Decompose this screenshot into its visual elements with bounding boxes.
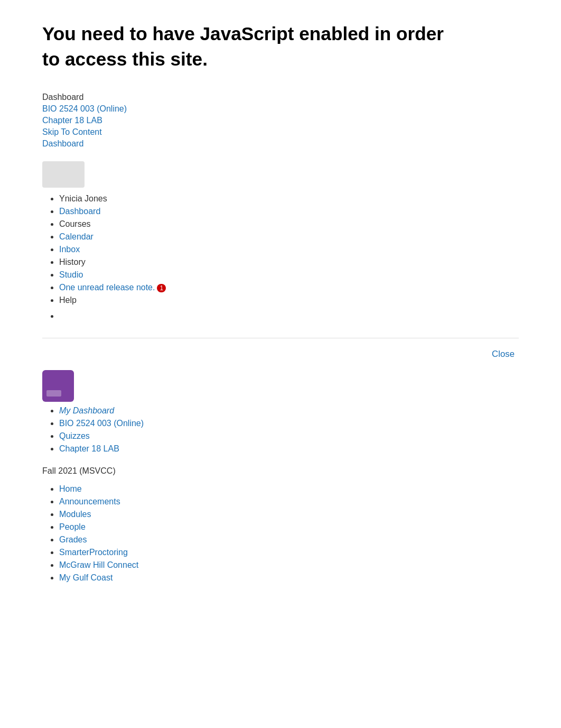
section-nav-link-mcgraw-hill[interactable]: McGraw Hill Connect [59,560,138,569]
close-btn-row: Close [42,347,519,362]
global-nav-area: Ynicia Jones Dashboard Courses Calendar … [42,161,519,321]
nav-label-courses: Courses [59,219,91,228]
my-dashboard-italic: My Dashboard [59,406,114,415]
section-nav-item-mcgraw-hill[interactable]: McGraw Hill Connect [59,560,519,570]
nav-user-name: Ynicia Jones [59,194,519,204]
nav-item-help: Help [59,296,519,305]
nav-link-inbox[interactable]: Inbox [59,245,80,254]
course-nav-link-my-dashboard[interactable]: My Dashboard [59,406,114,415]
breadcrumb-dashboard-plain: Dashboard [42,93,519,102]
nav-label-help: Help [59,296,77,305]
course-nav-item-my-dashboard[interactable]: My Dashboard [59,406,519,416]
nav-link-dashboard[interactable]: Dashboard [59,207,100,216]
section-nav-item-grades[interactable]: Grades [59,535,519,545]
section-nav-link-smarterproctoring[interactable]: SmarterProctoring [59,548,128,557]
empty-bullet-item [59,311,519,321]
section-nav-item-home[interactable]: Home [59,484,519,494]
nav-item-history: History [59,257,519,267]
section-nav-link-announcements[interactable]: Announcements [59,497,120,506]
global-nav-list: Ynicia Jones Dashboard Courses Calendar … [42,194,519,305]
section-nav-link-modules[interactable]: Modules [59,510,91,519]
course-nav-item-quizzes[interactable]: Quizzes [59,431,519,441]
breadcrumb-chapter-lab[interactable]: Chapter 18 LAB [42,116,519,125]
nav-item-courses: Courses [59,219,519,229]
section-nav-item-modules[interactable]: Modules [59,510,519,519]
nav-item-inbox[interactable]: Inbox [59,245,519,254]
close-button[interactable]: Close [488,347,519,362]
breadcrumb-skip-to-content[interactable]: Skip To Content [42,127,519,137]
section-nav-link-grades[interactable]: Grades [59,535,87,544]
breadcrumb-dashboard-link[interactable]: Dashboard [42,139,519,149]
nav-item-release-notes[interactable]: One unread release note.1 [59,283,519,292]
nav-label-history: History [59,257,86,266]
nav-link-release-notes[interactable]: One unread release note.1 [59,283,166,292]
section-nav-link-my-gulf-coast[interactable]: My Gulf Coast [59,573,113,582]
nav-item-dashboard[interactable]: Dashboard [59,207,519,216]
course-nav-list: My Dashboard BIO 2524 003 (Online) Quizz… [42,406,519,454]
nav-link-calendar[interactable]: Calendar [59,232,94,241]
section-nav-item-smarterproctoring[interactable]: SmarterProctoring [59,548,519,557]
nav-item-calendar[interactable]: Calendar [59,232,519,242]
nav-item-studio[interactable]: Studio [59,270,519,280]
course-nav-link-quizzes[interactable]: Quizzes [59,431,90,440]
course-nav-item-bio[interactable]: BIO 2524 003 (Online) [59,419,519,428]
section-nav-link-people[interactable]: People [59,522,86,531]
course-nav-link-bio[interactable]: BIO 2524 003 (Online) [59,419,144,428]
section-nav-item-people[interactable]: People [59,522,519,532]
course-nav-link-chapter-lab[interactable]: Chapter 18 LAB [59,444,119,453]
course-avatar [42,370,74,402]
javascript-warning-heading: You need to have JavaScript enabled in o… [42,21,465,71]
course-nav-item-chapter-lab[interactable]: Chapter 18 LAB [59,444,519,454]
user-avatar [42,161,85,188]
course-nav-panel: Close My Dashboard BIO 2524 003 (Online)… [42,338,519,583]
release-note-badge: 1 [157,284,166,292]
empty-bullet-list [42,311,519,321]
breadcrumb-bio-course[interactable]: BIO 2524 003 (Online) [42,104,519,114]
section-nav-item-my-gulf-coast[interactable]: My Gulf Coast [59,573,519,583]
course-section-term: Fall 2021 (MSVCC) [42,466,519,476]
course-section: Fall 2021 (MSVCC) Home Announcements Mod… [42,466,519,583]
section-nav-link-home[interactable]: Home [59,484,82,493]
breadcrumb-section: Dashboard BIO 2524 003 (Online) Chapter … [42,93,519,149]
section-nav-item-announcements[interactable]: Announcements [59,497,519,506]
course-section-nav: Home Announcements Modules People Grades… [42,484,519,583]
nav-link-studio[interactable]: Studio [59,270,83,279]
